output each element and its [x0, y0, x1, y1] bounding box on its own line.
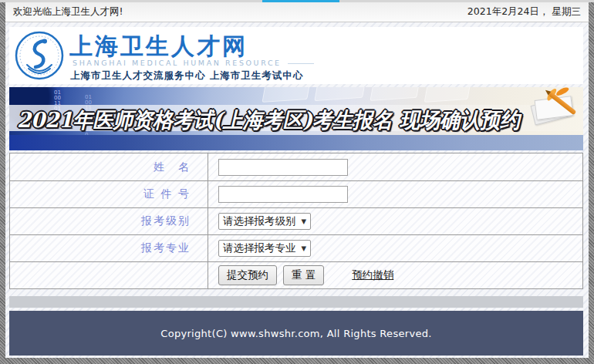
- exam-level-label: 报考级别: [10, 208, 208, 234]
- page-content: 欢迎光临上海卫生人才网! 2021年2月24日， 星期三 上海卫生人才网 SHA…: [5, 2, 589, 358]
- keyboard-key-decoration: [424, 87, 471, 103]
- cancel-reservation-link[interactable]: 预约撤销: [352, 268, 393, 282]
- page-footer: Copyright(C) www.shwshr.com, All Rights …: [9, 311, 583, 356]
- reset-button[interactable]: 重 置: [283, 265, 324, 285]
- keyboard-key-decoration: [314, 87, 366, 101]
- pen-paper-icon: [529, 87, 580, 130]
- date-text: 2021年2月24日， 星期三: [467, 5, 581, 19]
- form-row-actions: 提交预约 重 置 预约撤销: [10, 261, 582, 288]
- form-row-name: 姓 名: [10, 153, 582, 180]
- exam-level-select[interactable]: 请选择报考级别 ▼: [218, 213, 311, 230]
- form-row-exam-specialty: 报考专业 请选择报考专业 ▼: [10, 234, 582, 261]
- welcome-text: 欢迎光临上海卫生人才网!: [13, 5, 123, 19]
- copyright-text: Copyright(C) www.shwshr.com, All Rights …: [160, 328, 431, 339]
- keyboard-key-decoration: [262, 87, 310, 103]
- dropdown-arrow-icon: ▼: [302, 244, 307, 252]
- banner-gradient-bar: [9, 135, 583, 150]
- site-header: 上海卫生人才网 SHANGHAI MEDICAL HUMAN RESOURCE …: [9, 27, 583, 84]
- site-title: 上海卫生人才网: [69, 31, 248, 62]
- form-row-exam-level: 报考级别 请选择报考级别 ▼: [10, 207, 582, 234]
- page-banner: 010011010110010 010011010110010 2021年医师资…: [9, 87, 583, 150]
- name-input[interactable]: [218, 159, 348, 176]
- id-number-input[interactable]: [218, 186, 348, 203]
- banner-image: 010011010110010 010011010110010 2021年医师资…: [9, 87, 583, 135]
- organization-names: 上海市卫生人才交流服务中心 上海市卫生考试中心: [70, 69, 303, 83]
- submit-reservation-button[interactable]: 提交预约: [218, 265, 277, 285]
- reservation-form: 姓 名 证 件 号 报考级别 请选择报考级别 ▼ 报考专业: [9, 153, 583, 289]
- name-label: 姓 名: [10, 153, 208, 180]
- id-number-label: 证 件 号: [10, 181, 208, 207]
- dropdown-arrow-icon: ▼: [302, 217, 307, 225]
- site-logo: [14, 30, 65, 81]
- site-logo-icon: [15, 31, 64, 80]
- page-title: 2021年医师资格考试(上海考区)考生报名 现场确认预约: [17, 106, 520, 135]
- welcome-bar: 欢迎光临上海卫生人才网! 2021年2月24日， 星期三: [5, 2, 589, 22]
- keyboard-key-decoration: [370, 87, 420, 101]
- form-row-id-number: 证 件 号: [10, 180, 582, 207]
- site-title-english: SHANGHAI MEDICAL HUMAN RESOURCE: [73, 59, 314, 67]
- separator-band: [9, 296, 583, 308]
- exam-level-selected-value: 请选择报考级别: [223, 214, 296, 228]
- exam-specialty-selected-value: 请选择报考专业: [223, 241, 296, 255]
- exam-specialty-select[interactable]: 请选择报考专业 ▼: [218, 240, 311, 257]
- exam-specialty-label: 报考专业: [10, 235, 208, 261]
